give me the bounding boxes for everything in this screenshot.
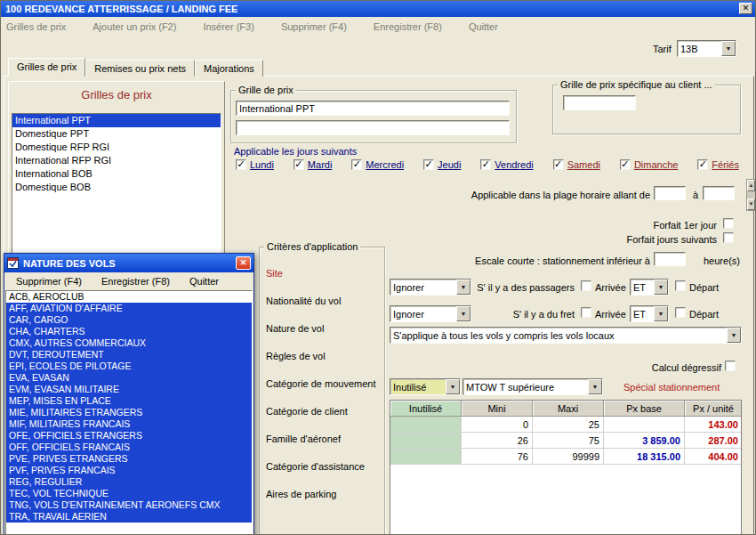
plage-from-input[interactable] xyxy=(654,186,686,200)
list-item[interactable]: ACB, AEROCLUB xyxy=(6,291,252,303)
passagers-select[interactable]: Ignorer ▼ xyxy=(390,279,471,296)
popup-menu-enregistrer[interactable]: Enregistrer (F8) xyxy=(101,276,170,287)
checkbox-vendredi[interactable]: ✓ xyxy=(480,159,491,170)
checkbox-calcul-degressif[interactable] xyxy=(725,361,736,371)
list-item[interactable]: EVM, EVASAN MILITAIRE xyxy=(6,384,252,395)
list-item[interactable]: MIE, MILITAIRES ETRANGERS xyxy=(6,407,252,418)
critere-categorie-de-mouvement[interactable]: Catégorie de mouvement xyxy=(266,378,376,390)
checkbox-passagers-depart[interactable] xyxy=(675,280,686,291)
critere-regles-de-vol[interactable]: Règles de vol xyxy=(266,351,376,362)
popup-menu-quitter[interactable]: Quitter xyxy=(189,276,219,287)
list-item[interactable]: OFF, OFFICIELS FRANCAIS xyxy=(6,442,252,453)
tab-majorations[interactable]: Majorations xyxy=(195,60,263,77)
list-item[interactable]: AFF, AVIATION D'AFFAIRE xyxy=(6,303,252,314)
cell-px-base[interactable] xyxy=(604,417,685,433)
critere-famille-aeronef[interactable]: Famille d'aéronef xyxy=(266,434,376,445)
chevron-down-icon[interactable]: ▼ xyxy=(721,41,736,56)
list-item[interactable]: EPI, ECOLES DE PILOTAGE xyxy=(6,361,252,372)
scroll-up-icon[interactable]: ▲ xyxy=(747,180,755,191)
menu-inserer[interactable]: Insérer (F3) xyxy=(203,21,253,32)
list-item[interactable]: Domestique RFP RGI xyxy=(12,141,221,154)
checkbox-forfait-1er-jour[interactable] xyxy=(723,218,734,229)
tab-grilles-de-prix[interactable]: Grilles de prix xyxy=(8,58,85,77)
escale-heures-input[interactable] xyxy=(654,252,686,266)
list-item[interactable]: International PPT xyxy=(12,114,221,127)
day-label-samedi[interactable]: Samedi xyxy=(567,159,600,170)
critere-site[interactable]: Site xyxy=(266,268,376,280)
checkbox-mercredi[interactable]: ✓ xyxy=(351,159,362,170)
day-label-jeudi[interactable]: Jeudi xyxy=(438,159,461,170)
list-item[interactable]: OFE, OFFICIELS ETRANGERS xyxy=(6,430,252,442)
main-titlebar[interactable]: 100 REDEVANCE ATTERRISSAGE / LANDING FEE xyxy=(1,1,756,17)
checkbox-fret-arrivee[interactable] xyxy=(581,307,591,318)
cell-inutilise[interactable] xyxy=(390,433,462,449)
day-label-feries[interactable]: Fériés xyxy=(712,159,739,170)
chevron-down-icon[interactable]: ▼ xyxy=(654,306,668,321)
list-item[interactable]: PVF, PRIVES FRANCAIS xyxy=(6,465,252,476)
checkbox-forfait-jours-suivants[interactable] xyxy=(723,232,734,243)
list-item[interactable]: TEC, VOL TECHNIQUE xyxy=(6,488,252,499)
list-item[interactable]: CMX, AUTRES COMMERCIAUX xyxy=(6,337,252,349)
checkbox-passagers-arrivee[interactable] xyxy=(581,280,591,291)
chevron-down-icon[interactable]: ▼ xyxy=(727,328,741,343)
critere-categorie-de-client[interactable]: Catégorie de client xyxy=(266,406,376,417)
day-label-dimanche[interactable]: Dimanche xyxy=(634,159,679,170)
bareme-mode-select[interactable]: Inutilisé ▼ xyxy=(390,378,461,395)
checkbox-mardi[interactable]: ✓ xyxy=(294,159,304,170)
critere-nationalite-du-vol[interactable]: Nationalité du vol xyxy=(266,296,376,307)
day-label-vendredi[interactable]: Vendredi xyxy=(495,159,533,170)
popup-menu-supprimer[interactable]: Supprimer (F4) xyxy=(16,276,82,287)
checkbox-jeudi[interactable]: ✓ xyxy=(423,159,434,170)
cell-mini[interactable]: 26 xyxy=(462,433,533,449)
critere-categorie-assistance[interactable]: Catégorie d'assistance xyxy=(266,461,376,473)
checkbox-lundi[interactable]: ✓ xyxy=(236,159,246,170)
passagers-operator-select[interactable]: ET ▼ xyxy=(630,279,669,296)
list-item[interactable]: CAR, CARGO xyxy=(6,314,252,326)
scroll-track[interactable] xyxy=(747,191,755,199)
day-label-mercredi[interactable]: Mercredi xyxy=(366,159,404,170)
checkbox-fret-depart[interactable] xyxy=(675,307,686,318)
checkbox-dimanche[interactable]: ✓ xyxy=(620,159,631,170)
cell-px-unite[interactable]: 287.00 xyxy=(685,433,742,449)
fret-select[interactable]: Ignorer ▼ xyxy=(390,305,471,322)
chevron-down-icon[interactable]: ▼ xyxy=(654,280,668,295)
menu-supprimer[interactable]: Supprimer (F4) xyxy=(281,21,347,32)
list-item[interactable]: Domestique BOB xyxy=(12,181,221,194)
cell-maxi[interactable]: 99999 xyxy=(533,449,604,465)
popup-close-icon[interactable]: ✕ xyxy=(236,256,251,270)
scroll-down-icon[interactable]: ▼ xyxy=(747,199,755,210)
cell-inutilise[interactable] xyxy=(390,449,462,465)
critere-aires-de-parking[interactable]: Aires de parking xyxy=(266,489,376,500)
menu-enregistrer[interactable]: Enregistrer (F8) xyxy=(374,21,442,32)
cell-px-base[interactable]: 18 315.00 xyxy=(604,449,685,465)
list-item[interactable]: EVA, EVASAN xyxy=(6,372,252,384)
list-item[interactable]: International BOB xyxy=(12,167,221,181)
list-item[interactable]: PVE, PRIVES ETRANGERS xyxy=(6,453,252,465)
cell-mini[interactable]: 76 xyxy=(462,449,533,465)
cell-inutilise[interactable] xyxy=(390,417,462,433)
vols-scope-select[interactable]: S'applique à tous les vols y compris les… xyxy=(390,327,742,344)
checkbox-feries[interactable]: ✓ xyxy=(697,159,708,170)
client-grille-input[interactable] xyxy=(563,95,636,110)
list-item[interactable]: CHA, CHARTERS xyxy=(6,326,252,337)
cell-px-unite[interactable]: 143.00 xyxy=(685,417,742,433)
chevron-down-icon[interactable]: ▼ xyxy=(446,379,460,394)
cell-px-base[interactable]: 3 859.00 xyxy=(604,433,685,449)
list-item[interactable]: International RFP RGI xyxy=(12,154,221,167)
menu-grilles-de-prix[interactable]: Grilles de prix xyxy=(6,21,66,32)
tab-remises-ou-prix-nets[interactable]: Remises ou prix nets xyxy=(85,60,195,77)
grille-name-input[interactable] xyxy=(236,101,510,116)
fret-operator-select[interactable]: ET ▼ xyxy=(630,305,669,322)
cell-px-unite[interactable]: 404.00 xyxy=(685,449,742,465)
list-item[interactable]: TNG, VOLS D'ENTRAINEMENT AERONEFS CMX xyxy=(6,499,252,511)
list-item[interactable]: MEP, MISES EN PLACE xyxy=(6,395,252,407)
cell-mini[interactable]: 0 xyxy=(462,417,533,433)
day-label-mardi[interactable]: Mardi xyxy=(308,159,333,170)
list-item[interactable]: MIF, MILITAIRES FRANCAIS xyxy=(6,418,252,430)
popup-titlebar[interactable]: NATURE DES VOLS ✕ xyxy=(4,254,253,272)
cell-maxi[interactable]: 25 xyxy=(533,417,604,433)
tarif-select[interactable]: 13B ▼ xyxy=(677,40,736,57)
day-label-lundi[interactable]: Lundi xyxy=(250,159,274,170)
grille-name-alt-input[interactable] xyxy=(236,120,510,135)
chevron-down-icon[interactable]: ▼ xyxy=(588,379,602,394)
